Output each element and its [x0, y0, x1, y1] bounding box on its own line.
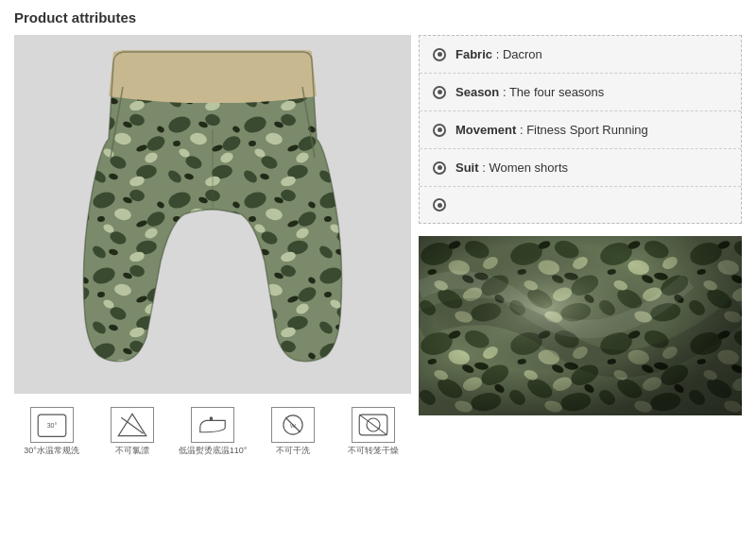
care-label-no-dry: 不可干洗	[276, 446, 310, 456]
attr-icon-fabric	[433, 48, 446, 61]
main-content: 30° 30°水温常规洗 不可氯漂	[14, 35, 742, 462]
attr-value-fabric: Dacron	[503, 47, 542, 61]
care-icons-row: 30° 30°水温常规洗 不可氯漂	[14, 401, 411, 462]
attr-label-movement: Movement	[455, 123, 516, 137]
left-panel: 30° 30°水温常规洗 不可氯漂	[14, 35, 411, 462]
page-wrapper: Product attributes	[14, 9, 742, 462]
attr-icon-empty	[433, 198, 446, 211]
care-icon-wash: 30° 30°水温常规洗	[14, 407, 89, 456]
svg-text:30°: 30°	[46, 422, 57, 429]
attr-icon-season	[433, 86, 446, 99]
attr-value-season: The four seasons	[509, 85, 604, 99]
attr-row-empty	[420, 187, 741, 223]
fabric-texture-image	[419, 231, 742, 420]
attr-label-fabric: Fabric	[455, 47, 492, 61]
care-icon-no-tumble: 不可转笼干燥	[336, 407, 411, 456]
attr-row-season: Season : The four seasons	[420, 74, 741, 111]
product-image	[14, 35, 411, 394]
svg-rect-18	[104, 48, 321, 103]
attributes-box: Fabric : Dacron Season : The four season…	[419, 35, 742, 224]
care-label-no-tumble: 不可转笼干燥	[348, 446, 399, 456]
attr-sep-fabric: :	[496, 47, 503, 61]
svg-line-31	[360, 414, 388, 435]
attr-value-movement: Fitness Sport Running	[526, 123, 648, 137]
attr-row-fabric: Fabric : Dacron	[420, 36, 741, 74]
svg-rect-25	[210, 416, 213, 421]
fabric-texture-svg	[419, 231, 742, 420]
care-label-no-bleach: 不可氯漂	[115, 446, 149, 456]
page-title: Product attributes	[14, 9, 742, 25]
attr-sep-season: :	[503, 85, 509, 99]
right-panel: Fabric : Dacron Season : The four season…	[419, 35, 742, 462]
attr-label-suit: Suit	[455, 161, 479, 175]
care-label-iron: 低温熨烫底温110°	[179, 446, 248, 456]
attr-label-season: Season	[455, 85, 499, 99]
attr-row-suit: Suit : Women shorts	[420, 149, 741, 187]
attr-icon-suit	[433, 161, 446, 175]
care-icon-no-bleach: 不可氯漂	[94, 407, 169, 456]
attr-value-suit: Women shorts	[489, 161, 568, 175]
svg-text:W: W	[290, 422, 296, 429]
care-label-wash: 30°水温常规洗	[24, 446, 79, 456]
attr-row-movement: Movement : Fitness Sport Running	[420, 111, 741, 149]
care-icon-iron: 低温熨烫底温110°	[175, 407, 249, 456]
attr-icon-movement	[433, 124, 446, 137]
care-icon-no-dry: W 不可干洗	[256, 407, 331, 456]
camo-shorts-svg	[14, 35, 411, 394]
